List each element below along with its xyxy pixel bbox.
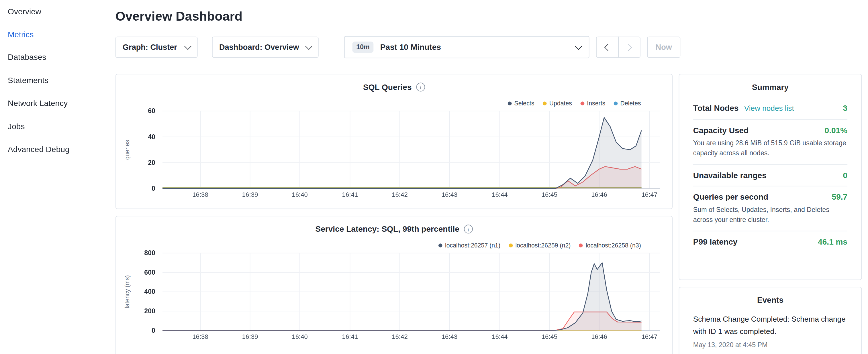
chart-legend: SelectsUpdatesInsertsDeletes <box>507 100 641 106</box>
svg-text:0: 0 <box>152 327 155 334</box>
legend-item-updates[interactable]: Updates <box>542 100 572 106</box>
legend-dot <box>580 101 584 105</box>
sidebar-item-metrics[interactable]: Metrics <box>0 23 111 46</box>
svg-text:16:44: 16:44 <box>492 191 508 198</box>
time-range-label: Past 10 Minutes <box>380 43 576 52</box>
svg-text:60: 60 <box>148 107 155 115</box>
stat-value: 0.01% <box>825 126 848 135</box>
dashboard-label: Dashboard: Overview <box>219 43 299 52</box>
legend-item-localhost-26257-n1[interactable]: localhost:26257 (n1) <box>438 242 500 248</box>
stat-p99-latency: P99 latency 46.1 ms <box>693 231 847 253</box>
sidebar-item-jobs[interactable]: Jobs <box>0 115 111 138</box>
svg-text:16:42: 16:42 <box>392 333 408 340</box>
svg-text:16:39: 16:39 <box>242 333 258 340</box>
svg-text:600: 600 <box>144 269 155 276</box>
svg-text:16:43: 16:43 <box>442 333 458 340</box>
info-icon[interactable]: i <box>416 83 425 92</box>
chart-title-row: Service Latency: SQL, 99th percentile i <box>116 225 672 233</box>
chart-title: Service Latency: SQL, 99th percentile <box>315 225 459 233</box>
svg-text:800: 800 <box>144 249 155 257</box>
svg-text:latency (ms): latency (ms) <box>124 275 131 309</box>
view-nodes-link[interactable]: View nodes list <box>744 104 794 112</box>
legend-item-localhost-26259-n2[interactable]: localhost:26259 (n2) <box>509 242 570 248</box>
legend-label: localhost:26257 (n1) <box>445 242 500 248</box>
svg-text:16:40: 16:40 <box>292 333 308 340</box>
chart-title: SQL Queries <box>363 83 412 92</box>
stat-value: 59.7 <box>832 192 848 201</box>
graph-scope-label: Graph: Cluster <box>123 43 177 52</box>
legend-item-inserts[interactable]: Inserts <box>580 100 605 106</box>
svg-text:16:44: 16:44 <box>492 333 508 340</box>
chevron-down-icon <box>305 43 312 50</box>
time-step-button-group <box>596 37 641 58</box>
legend-label: localhost:26258 (n3) <box>586 242 641 248</box>
stat-capacity-used: Capacity Used 0.01% You are using 28.6 M… <box>693 120 847 165</box>
sql-queries-chart-card: SQL Queries i SelectsUpdatesInsertsDelet… <box>116 74 673 210</box>
svg-text:16:43: 16:43 <box>442 191 458 198</box>
stat-value: 3 <box>843 104 848 112</box>
legend-label: localhost:26259 (n2) <box>515 242 570 248</box>
chevron-right-icon <box>625 43 632 51</box>
legend-dot <box>542 101 547 105</box>
legend-item-localhost-26258-n3[interactable]: localhost:26258 (n3) <box>579 242 641 248</box>
svg-text:16:38: 16:38 <box>192 191 208 198</box>
chart-legend: localhost:26257 (n1)localhost:26259 (n2)… <box>438 242 641 248</box>
legend-dot <box>579 243 583 247</box>
svg-text:20: 20 <box>148 159 155 166</box>
svg-text:0: 0 <box>152 185 155 192</box>
stat-label: Queries per second <box>693 192 768 201</box>
legend-label: Inserts <box>587 100 605 106</box>
chevron-down-icon <box>184 43 191 50</box>
info-icon[interactable]: i <box>464 225 473 233</box>
time-next-button[interactable] <box>618 37 640 58</box>
sidebar-item-statements[interactable]: Statements <box>0 69 111 92</box>
events-panel: Events Schema Change Completed: Schema c… <box>679 287 862 354</box>
stat-unavailable-ranges: Unavailable ranges 0 <box>693 165 847 187</box>
svg-text:16:47: 16:47 <box>641 333 657 340</box>
sql-queries-chart[interactable]: 16:3816:3916:4016:4116:4216:4316:4416:45… <box>116 106 672 209</box>
svg-text:16:45: 16:45 <box>541 191 558 198</box>
stat-subtext: You are using 28.6 MiB of 515.9 GiB usab… <box>693 138 847 158</box>
stat-label: P99 latency <box>693 237 738 246</box>
legend-label: Deletes <box>620 100 641 106</box>
svg-text:16:39: 16:39 <box>242 191 258 198</box>
svg-text:16:46: 16:46 <box>591 191 607 198</box>
stat-total-nodes: Total NodesView nodes list 3 <box>693 97 847 120</box>
svg-text:16:42: 16:42 <box>392 191 408 198</box>
events-title: Events <box>679 287 861 310</box>
legend-label: Updates <box>549 100 572 106</box>
event-message[interactable]: Schema Change Completed: Schema change w… <box>693 313 847 337</box>
svg-text:queries: queries <box>124 140 131 160</box>
legend-item-selects[interactable]: Selects <box>507 100 534 106</box>
stat-queries-per-second: Queries per second 59.7 Sum of Selects, … <box>693 187 847 231</box>
legend-label: Selects <box>515 100 534 106</box>
sidebar-item-network-latency[interactable]: Network Latency <box>0 92 111 115</box>
sidebar-item-advanced-debug[interactable]: Advanced Debug <box>0 138 111 161</box>
legend-dot <box>614 101 618 105</box>
svg-text:400: 400 <box>144 288 155 295</box>
stat-value: 46.1 ms <box>818 237 847 246</box>
svg-text:16:47: 16:47 <box>641 191 657 198</box>
service-latency-chart-card: Service Latency: SQL, 99th percentile i … <box>116 216 673 354</box>
sidebar-item-overview[interactable]: Overview <box>0 0 111 23</box>
svg-text:200: 200 <box>144 307 155 315</box>
svg-text:16:46: 16:46 <box>591 333 607 340</box>
stat-label: Total Nodes <box>693 104 739 112</box>
event-timestamp: May 13, 2020 at 4:45 PM <box>693 341 847 349</box>
time-prev-button[interactable] <box>596 37 618 58</box>
now-button[interactable]: Now <box>647 37 680 58</box>
stat-subtext: Sum of Selects, Updates, Inserts, and De… <box>693 205 847 225</box>
service-latency-chart[interactable]: 16:3816:3916:4016:4116:4216:4316:4416:45… <box>116 249 672 351</box>
chart-title-row: SQL Queries i <box>116 83 672 92</box>
stat-value: 0 <box>843 171 848 180</box>
summary-title: Summary <box>679 74 861 97</box>
dashboard-dropdown[interactable]: Dashboard: Overview <box>212 37 319 58</box>
sidebar-item-databases[interactable]: Databases <box>0 46 111 69</box>
svg-text:40: 40 <box>148 133 155 141</box>
graph-scope-dropdown[interactable]: Graph: Cluster <box>116 37 198 58</box>
legend-item-deletes[interactable]: Deletes <box>614 100 641 106</box>
cockroachdb-console: Overview Metrics Databases Statements Ne… <box>0 0 868 354</box>
time-range-badge: 10m <box>352 41 374 53</box>
time-range-dropdown[interactable]: 10m Past 10 Minutes <box>344 36 589 58</box>
legend-dot <box>509 243 513 247</box>
